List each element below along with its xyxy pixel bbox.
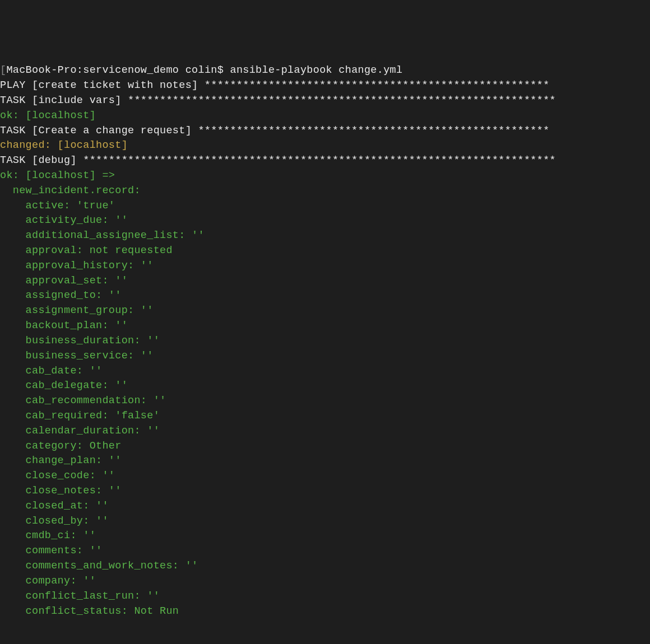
play-header: PLAY [create ticket with notes] ********…	[0, 78, 650, 94]
task-label: TASK [Create a change request]	[0, 125, 198, 137]
record-field: additional_assignee_list: ''	[0, 228, 650, 244]
task-debug-status: ok: [localhost] =>	[0, 169, 650, 184]
record-field: comments_and_work_notes: ''	[0, 559, 650, 574]
record-field: activity_due: ''	[0, 213, 650, 228]
record-field: closed_by: ''	[0, 514, 650, 529]
task-stars: ****************************************…	[198, 125, 549, 137]
prompt-bracket: [	[0, 64, 6, 76]
prompt-dir: servicenow_demo	[83, 64, 185, 76]
record-field: change_plan: ''	[0, 454, 650, 469]
task-stars: ****************************************…	[83, 155, 556, 166]
task-include-vars-status: ok: [localhost]	[0, 109, 650, 124]
record-field: business_service: ''	[0, 349, 650, 364]
play-stars: ****************************************…	[205, 80, 550, 91]
record-field: backout_plan: ''	[0, 319, 650, 334]
task-stars: ****************************************…	[128, 95, 556, 106]
task-create-change-header: TASK [Create a change request] *********…	[0, 124, 650, 139]
record-field: assignment_group: ''	[0, 304, 650, 319]
record-field: close_notes: ''	[0, 484, 650, 499]
record-field: cab_date: ''	[0, 364, 650, 379]
terminal-output[interactable]: [MacBook-Pro:servicenow_demo colin$ ansi…	[0, 63, 650, 619]
record-field: assigned_to: ''	[0, 288, 650, 304]
task-label: TASK [include vars]	[0, 95, 128, 106]
record-field: cmdb_ci: ''	[0, 529, 650, 544]
record-field: category: Other	[0, 439, 650, 454]
record-field: calendar_duration: ''	[0, 424, 650, 439]
record-field: cab_delegate: ''	[0, 379, 650, 394]
record-field: company: ''	[0, 574, 650, 589]
record-header: new_incident.record:	[0, 184, 650, 199]
record-field: active: 'true'	[0, 199, 650, 214]
record-field: approval: not requested	[0, 244, 650, 259]
task-debug-header: TASK [debug] ***************************…	[0, 153, 650, 169]
record-fields-container: active: 'true' activity_due: '' addition…	[0, 199, 650, 619]
record-field: approval_history: ''	[0, 259, 650, 274]
record-field: close_code: ''	[0, 469, 650, 484]
record-field: conflict_last_run: ''	[0, 589, 650, 604]
prompt-host: MacBook-Pro:	[6, 64, 83, 76]
record-field: business_duration: ''	[0, 334, 650, 349]
command-text: ansible-playbook change.yml	[230, 64, 403, 76]
task-label: TASK [debug]	[0, 155, 83, 166]
record-field: conflict_status: Not Run	[0, 604, 650, 619]
task-create-change-status: changed: [localhost]	[0, 138, 650, 153]
record-field: cab_recommendation: ''	[0, 394, 650, 409]
play-label: PLAY [create ticket with notes]	[0, 80, 205, 91]
record-field: comments: ''	[0, 544, 650, 559]
record-field: cab_required: 'false'	[0, 409, 650, 424]
task-include-vars-header: TASK [include vars] ********************…	[0, 94, 650, 109]
record-field: approval_set: ''	[0, 274, 650, 289]
prompt-user: colin$	[185, 64, 230, 76]
record-field: closed_at: ''	[0, 499, 650, 514]
prompt-line: [MacBook-Pro:servicenow_demo colin$ ansi…	[0, 63, 650, 78]
